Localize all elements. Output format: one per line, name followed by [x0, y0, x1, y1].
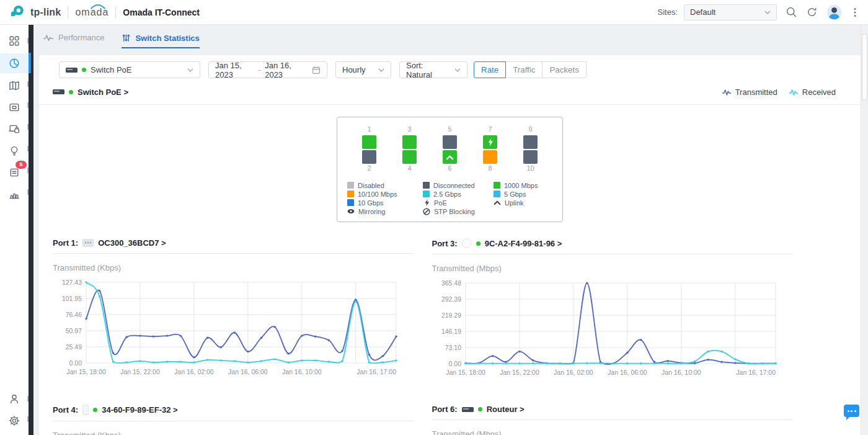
- port-label: Port 3:: [432, 239, 458, 248]
- legend-label: 10 Gbps: [358, 199, 384, 207]
- svg-text:Jan 16, 06:00: Jan 16, 06:00: [608, 369, 647, 376]
- port-legend-item: STP Blocking: [423, 207, 494, 215]
- chat-bubble-icon[interactable]: [844, 405, 859, 417]
- breadcrumb[interactable]: Switch PoE >: [53, 87, 128, 97]
- chevron-down-icon: [454, 68, 461, 72]
- legend-swatch: [347, 199, 354, 206]
- svg-text:25.49: 25.49: [66, 343, 82, 351]
- date-range-separator: -: [258, 65, 260, 74]
- view-mode-packets-button[interactable]: Packets: [542, 61, 586, 78]
- svg-text:Jan 16, 06:00: Jan 16, 06:00: [228, 368, 268, 375]
- divider: [39, 104, 861, 105]
- reports-icon: [8, 188, 20, 200]
- scrollbar-thumb[interactable]: [862, 34, 867, 101]
- sidebar-item-account[interactable]: [0, 390, 29, 408]
- chart-header-port-3: Port 3:9C-A2-F4-99-81-96 >: [432, 238, 793, 248]
- online-status-dot: [69, 90, 73, 94]
- devices-icon: [8, 101, 20, 114]
- refresh-icon[interactable]: [806, 6, 818, 18]
- legend-swatch: [423, 191, 430, 197]
- performance-pulse-icon: [43, 34, 54, 42]
- port-number: 4: [402, 164, 417, 173]
- port-5-square: [443, 135, 457, 149]
- sidebar-item-logs[interactable]: 5: [0, 163, 29, 182]
- legend-label: 2.5 Gbps: [433, 191, 461, 198]
- sidebar-item-clients[interactable]: [0, 120, 29, 138]
- sidebar-item-dashboard[interactable]: [0, 32, 29, 50]
- logs-badge: 5: [16, 161, 27, 169]
- legend-swatch: [423, 182, 430, 189]
- sidebar-collapsed-strip: [29, 25, 33, 435]
- view-mode-traffic-button[interactable]: Traffic: [505, 61, 542, 78]
- legend-label: STP Blocking: [434, 208, 475, 215]
- legend-label: Disabled: [358, 182, 384, 189]
- tab-performance[interactable]: Performance: [43, 33, 104, 48]
- site-select[interactable]: Default: [684, 4, 777, 20]
- sidebar-item-insight[interactable]: [0, 141, 29, 160]
- port-grid: 12345678910: [337, 125, 562, 173]
- tab-switch-statistics[interactable]: Switch Statistics: [122, 33, 199, 48]
- chart-axis-title: Transmitted (Mbps): [432, 429, 793, 435]
- port-column: 56: [443, 125, 457, 173]
- port-legend-item: Mirroring: [347, 207, 423, 215]
- sidebar-item-reports[interactable]: [0, 185, 29, 204]
- calendar-icon: [312, 66, 321, 74]
- svg-text:127.43: 127.43: [62, 279, 82, 286]
- interval-select[interactable]: Hourly: [335, 61, 391, 78]
- site-select-value: Default: [690, 7, 715, 17]
- gear-icon: [8, 415, 20, 427]
- legend-label: 5 Gbps: [504, 191, 526, 198]
- port-number: 8: [483, 164, 497, 173]
- port-legend-item: 10/100 Mbps: [347, 190, 423, 198]
- more-menu-icon[interactable]: [851, 7, 859, 18]
- clients-icon: [8, 123, 20, 135]
- header-divider: [68, 6, 68, 19]
- port-legend-item: Disconnected: [423, 181, 494, 189]
- sites-label: Sites:: [657, 7, 678, 17]
- date-range-end: Jan 16, 2023: [265, 61, 303, 79]
- port-4-square: [402, 150, 417, 164]
- sort-select-value: Sort: Natural: [406, 61, 446, 79]
- avatar[interactable]: [826, 4, 842, 20]
- legend-label: Uplink: [505, 199, 524, 207]
- tplink-wordmark: tp-link: [30, 7, 61, 18]
- sidebar-item-statistics[interactable]: [0, 53, 29, 73]
- chart-axis-title: Transmitted (Kbps): [53, 431, 414, 435]
- view-mode-rate-button[interactable]: Rate: [474, 61, 506, 78]
- chevron-up-icon: [494, 200, 501, 205]
- device-name-link[interactable]: 9C-A2-F4-99-81-96 >: [485, 239, 562, 248]
- statistics-card: Switch PoE Jan 15, 2023 - Jan 16, 2023 H: [39, 55, 861, 435]
- map-icon: [8, 79, 20, 92]
- sidebar-item-map[interactable]: [0, 76, 29, 95]
- sidebar-item-settings[interactable]: [0, 411, 29, 430]
- port-number: 5: [443, 125, 457, 134]
- legend-received[interactable]: Received: [789, 87, 836, 97]
- legend-swatch: [347, 182, 354, 189]
- tab-bar: Performance Switch Statistics: [43, 33, 861, 50]
- device-name-link[interactable]: OC300_36BCD7 >: [98, 238, 166, 248]
- sort-select[interactable]: Sort: Natural: [399, 61, 467, 78]
- port-label: Port 1:: [53, 238, 78, 248]
- divider: [53, 253, 414, 254]
- port-6-square: [443, 150, 457, 164]
- charts-row-top: Port 1:OC300_36BCD7 >Transmitted (Kbps)1…: [39, 238, 861, 380]
- sidebar-active-indicator: [29, 53, 31, 73]
- sidebar: 5: [0, 25, 29, 435]
- legend-transmitted[interactable]: Transmitted: [722, 87, 777, 97]
- date-range-picker[interactable]: Jan 15, 2023 - Jan 16, 2023: [208, 61, 327, 78]
- sidebar-item-devices[interactable]: [0, 98, 29, 117]
- port-7-square: [483, 135, 497, 149]
- search-icon[interactable]: [786, 6, 797, 18]
- online-status-dot: [82, 68, 86, 72]
- device-name-link[interactable]: Routeur >: [487, 405, 525, 414]
- device-selector[interactable]: Switch PoE: [59, 61, 200, 78]
- device-name-link[interactable]: 34-60-F9-89-EF-32 >: [102, 405, 177, 415]
- port-number: 9: [523, 125, 538, 134]
- port-column: 910: [523, 125, 538, 173]
- online-status-dot: [478, 407, 482, 411]
- view-mode-group: Rate Traffic Packets: [474, 61, 587, 78]
- svg-text:76.46: 76.46: [66, 311, 82, 318]
- divider: [432, 254, 793, 254]
- port-1-square: [362, 135, 376, 149]
- svg-text:0.00: 0.00: [69, 359, 82, 367]
